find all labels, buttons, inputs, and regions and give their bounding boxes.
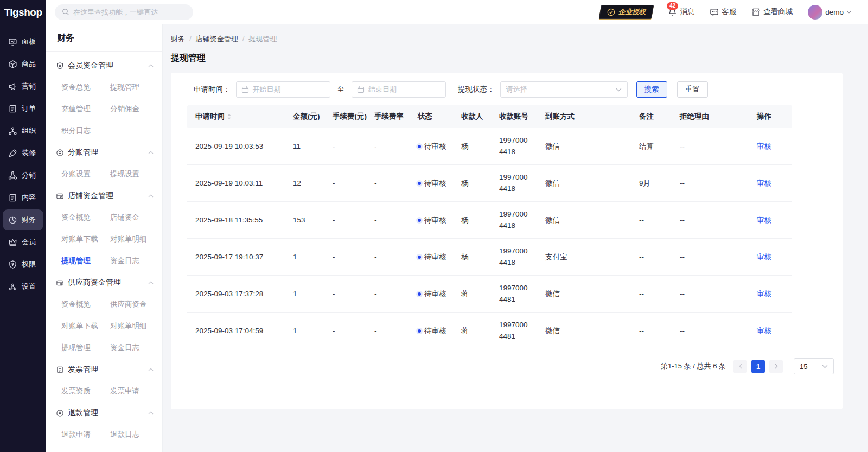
submenu-item[interactable]: 提现管理 — [61, 250, 110, 272]
breadcrumb-item[interactable]: 店铺资金管理 — [196, 34, 249, 44]
submenu-item[interactable]: 资金概览 — [61, 294, 110, 315]
submenu-item[interactable]: 发票申请 — [110, 380, 159, 402]
cell-fee: - — [333, 253, 374, 261]
submenu-item[interactable]: 资金日志 — [110, 250, 159, 272]
breadcrumb-item[interactable]: 提现管理 — [248, 34, 277, 44]
rail-item[interactable]: 设置 — [3, 276, 43, 297]
submenu-item[interactable]: 资金概览 — [61, 207, 110, 228]
view-store-button[interactable]: 查看商城 — [751, 7, 793, 17]
search-button[interactable]: 搜索 — [636, 81, 667, 98]
support-button[interactable]: 客服 — [710, 7, 736, 17]
shop-fund-icon — [56, 192, 64, 200]
rail-item[interactable]: 装修 — [3, 143, 43, 163]
rail-item[interactable]: 内容 — [3, 187, 43, 208]
table-row: 2025-09-03 17:04:59 1 - - 待审核 蒋 1997000 … — [187, 313, 792, 349]
rail-item[interactable]: 组织 — [3, 120, 43, 141]
rail-item[interactable]: 商品 — [3, 54, 43, 74]
submenu-item[interactable]: 资金总览 — [61, 77, 110, 98]
table-row: 2025-09-18 11:35:55 153 - - 待审核 杨 199700… — [187, 202, 792, 239]
search-input[interactable] — [73, 8, 182, 16]
audit-link[interactable]: 审核 — [757, 216, 771, 224]
submenu-item[interactable]: 店铺资金 — [110, 207, 159, 228]
avatar — [808, 5, 822, 20]
end-date-input[interactable]: 结束日期 — [352, 81, 446, 98]
submenu-item[interactable]: 资金日志 — [110, 337, 159, 359]
page-number-button[interactable]: 1 — [751, 360, 765, 373]
rail-item[interactable]: 营销 — [3, 76, 43, 97]
status-dot-icon — [418, 219, 421, 222]
reset-button[interactable]: 重置 — [677, 81, 708, 98]
logo[interactable]: Tigshop — [0, 0, 46, 24]
chevron-up-icon — [148, 151, 154, 154]
status-select[interactable]: 请选择 — [500, 81, 628, 98]
cell-status: 待审核 — [418, 142, 461, 151]
rail-item[interactable]: 会员 — [3, 232, 43, 252]
range-separator: 至 — [337, 85, 345, 94]
submenu-group-header[interactable]: 店铺资金管理 — [56, 185, 154, 207]
submenu-item[interactable]: 对账单下载 — [61, 228, 110, 250]
chevron-down-icon — [616, 88, 622, 92]
rail-item[interactable]: 财务 — [3, 209, 43, 230]
column-header: 拒绝理由 — [680, 112, 757, 122]
start-date-input[interactable]: 开始日期 — [236, 81, 330, 98]
rail-item-label: 面板 — [22, 37, 36, 47]
submenu-item[interactable]: 对账单明细 — [110, 228, 159, 250]
table-body: 2025-09-19 10:03:53 11 - - 待审核 杨 1997000… — [187, 128, 792, 349]
prev-page-button[interactable] — [733, 360, 747, 373]
submenu-item[interactable]: 提现管理 — [110, 77, 159, 98]
settings-icon — [8, 282, 17, 291]
audit-link[interactable]: 审核 — [757, 327, 771, 335]
submenu-item[interactable]: 积分日志 — [61, 120, 110, 142]
search-box[interactable] — [55, 4, 193, 20]
cell-reject-reason: -- — [680, 290, 757, 298]
audit-link[interactable]: 审核 — [757, 290, 771, 298]
column-header-apply-time[interactable]: 申请时间 — [187, 112, 293, 122]
audit-link[interactable]: 审核 — [757, 253, 771, 261]
account-line1: 1997000 — [499, 209, 545, 220]
finance-icon — [8, 215, 17, 225]
calendar-icon — [357, 86, 365, 93]
submenu-group-header[interactable]: 分账管理 — [56, 142, 154, 163]
submenu-group-header[interactable]: 会员资金管理 — [56, 55, 154, 77]
messages-button[interactable]: 42 消息 — [668, 7, 694, 17]
rail-item[interactable]: 分销 — [3, 165, 43, 186]
rail-item[interactable]: 面板 — [3, 31, 43, 52]
submenu-item[interactable]: 退款申请 — [61, 424, 110, 445]
cell-action: 审核 — [757, 252, 792, 262]
submenu-item[interactable]: 对账单下载 — [61, 315, 110, 337]
submenu-item[interactable]: 发票资质 — [61, 380, 110, 402]
submenu-item[interactable]: 分销佣金 — [110, 98, 159, 120]
cell-remark: 9月 — [639, 179, 680, 188]
cell-status: 待审核 — [418, 289, 461, 299]
cell-fee-rate: - — [374, 142, 418, 150]
audit-link[interactable]: 审核 — [757, 179, 771, 187]
submenu-item[interactable]: 对账单明细 — [110, 315, 159, 337]
submenu-item[interactable]: 供应商资金 — [110, 294, 159, 315]
submenu-item[interactable]: 提现设置 — [110, 163, 159, 185]
submenu-item[interactable]: 充值管理 — [61, 98, 110, 120]
submenu-item[interactable]: 分账设置 — [61, 163, 110, 185]
cell-fee: - — [333, 142, 374, 150]
submenu-group-header[interactable]: 供应商资金管理 — [56, 272, 154, 294]
audit-link[interactable]: 审核 — [757, 142, 771, 150]
rail-item[interactable]: 订单 — [3, 98, 43, 119]
cell-reject-reason: -- — [680, 253, 757, 261]
submenu-group-items: 分账设置 提现设置 — [61, 163, 154, 185]
account-line2: 4481 — [499, 331, 545, 342]
status-dot-icon — [418, 145, 421, 148]
breadcrumb-item[interactable]: 财务 — [171, 34, 196, 44]
license-badge[interactable]: 企业授权 — [599, 5, 654, 19]
page-size-select[interactable]: 15 — [794, 358, 834, 374]
submenu-group-header[interactable]: 发票管理 — [56, 359, 154, 380]
chat-icon — [710, 8, 719, 17]
submenu-group-header[interactable]: 退款管理 — [56, 402, 154, 424]
rail-item[interactable]: 权限 — [3, 254, 43, 275]
sort-icon[interactable] — [227, 113, 232, 120]
submenu-item[interactable]: 退款日志 — [110, 424, 159, 445]
submenu-group-label: 退款管理 — [68, 408, 98, 418]
cell-reject-reason: -- — [680, 179, 757, 187]
next-page-button[interactable] — [769, 360, 783, 373]
column-label: 申请时间 — [195, 112, 225, 122]
submenu-item[interactable]: 提现管理 — [61, 337, 110, 359]
user-menu[interactable]: demo — [808, 5, 852, 20]
